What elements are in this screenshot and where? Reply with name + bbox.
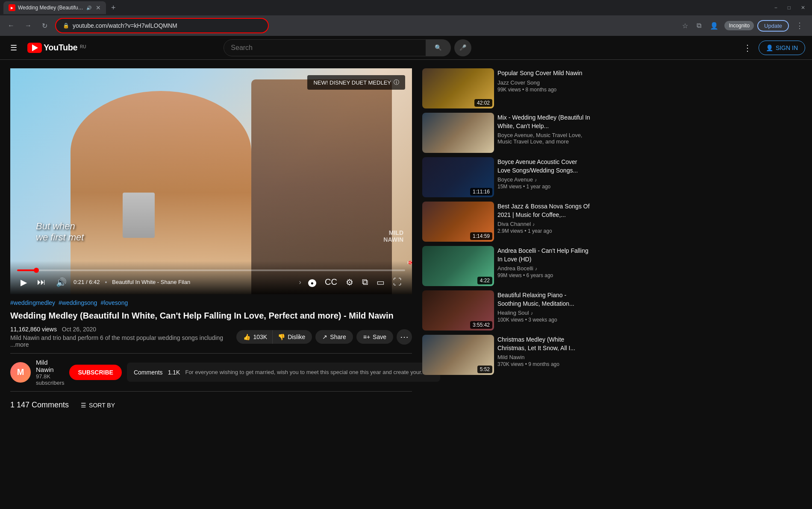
sidebar-meta: 99K views • 8 months ago	[497, 87, 591, 93]
maximize-button[interactable]: □	[784, 3, 794, 12]
sidebar-item-4[interactable]: 1:14:59 Best Jazz & Bossa Nova Songs Of …	[422, 202, 591, 242]
search-input[interactable]	[231, 44, 419, 52]
video-background: But whenwe first met MILDNAWIN NEW! DISN…	[10, 68, 412, 294]
sidebar-item-3[interactable]: 1:11:16 Boyce Avenue Acoustic Cover Love…	[422, 157, 591, 197]
sidebar-title: Mix - Wedding Medley (Beautiful In White…	[497, 114, 591, 130]
window-controls: − □ ✕	[771, 3, 809, 12]
url-input[interactable]	[73, 22, 261, 29]
sidebar-channel: Andrea Bocelli ♪	[497, 265, 591, 272]
progress-bar[interactable]	[17, 269, 405, 271]
music-badge-icon: ♪	[535, 266, 538, 271]
video-player[interactable]: But whenwe first met MILDNAWIN NEW! DISN…	[10, 68, 412, 294]
sidebar-item-5[interactable]: 4:22 Andrea Bocelli - Can't Help Falling…	[422, 246, 591, 286]
video-controls: ▶ ⏭ 🔊 0:21 / 6:42 • Beautiful In White -…	[10, 261, 412, 294]
extensions-icon[interactable]: ⧉	[694, 19, 704, 32]
share-icon: ↗	[322, 333, 327, 340]
channel-row: M Mild Nawin 97.8K subscribers SUBSCRIBE…	[10, 353, 412, 392]
play-button[interactable]: ▶	[17, 275, 30, 289]
search-input-wrapper	[224, 39, 426, 56]
search-button[interactable]: 🔍	[426, 39, 451, 56]
like-button[interactable]: 👍 103K	[236, 330, 273, 344]
profile-icon[interactable]: 👤	[707, 19, 721, 32]
settings-icon: ⚙	[346, 278, 353, 287]
hamburger-menu-button[interactable]: ☰	[7, 40, 21, 56]
minimize-button[interactable]: −	[771, 3, 781, 12]
sidebar-thumb: 3:55:42	[422, 290, 494, 331]
mic-button[interactable]: 🎤	[454, 39, 471, 56]
action-buttons: 👍 103K 👎 Dislike ↗ Share ≡+	[236, 329, 412, 345]
browser-menu-button[interactable]: ⋮	[792, 19, 807, 32]
nav-forward-button[interactable]: →	[22, 19, 34, 32]
new-tab-button[interactable]: +	[108, 2, 119, 14]
channel-subscribers: 97.8K subscribers	[36, 373, 64, 386]
desc-more[interactable]: ...more	[10, 341, 29, 348]
thumb-duration: 5:52	[477, 366, 492, 373]
settings-button[interactable]: ⚙ HD	[342, 275, 357, 289]
fullscreen-button[interactable]: ⛶	[390, 275, 405, 289]
update-button[interactable]: Update	[757, 20, 789, 32]
captions-button[interactable]: CC	[321, 275, 341, 289]
dislike-label: Dislike	[288, 333, 305, 340]
sidebar-title: Andrea Bocelli - Can't Help Falling In L…	[497, 247, 591, 263]
desc-text: Mild Nawin and trio band perform 6 of th…	[10, 334, 223, 341]
video-stats: 11,162,860 views Oct 26, 2020 Mild Nawin…	[10, 326, 231, 348]
search-icon: 🔍	[435, 44, 442, 51]
subscribe-button[interactable]: SUBSCRIBE	[69, 365, 121, 380]
youtube-logo[interactable]: YouTube RU	[27, 43, 86, 53]
share-button[interactable]: ↗ Share	[315, 330, 353, 344]
video-watermark: MILDNAWIN	[383, 229, 403, 243]
tab-close-button[interactable]: ✕	[96, 4, 101, 11]
sort-button[interactable]: ☰ SORT BY	[76, 398, 120, 412]
channel-name[interactable]: Mild Nawin	[36, 359, 64, 373]
more-options-button[interactable]: ⋮	[740, 39, 755, 56]
nav-back-button[interactable]: ←	[5, 19, 17, 32]
tag-lovesong[interactable]: #lovesong	[100, 299, 128, 306]
view-count: 11,162,860 views	[10, 326, 57, 333]
dislike-icon: 👎	[278, 333, 285, 340]
sidebar-info: Andrea Bocelli - Can't Help Falling In L…	[497, 246, 591, 286]
video-subtitle: But whenwe first met	[36, 221, 84, 243]
lock-icon: 🔒	[63, 23, 69, 29]
music-badge-icon: ♪	[535, 177, 537, 182]
nav-reload-button[interactable]: ↻	[39, 19, 50, 32]
sidebar-item-1[interactable]: 42:02 Popular Song Cover Mild Nawin Jazz…	[422, 68, 591, 108]
sidebar-item-7[interactable]: 5:52 Christmas Medley (White Christmas, …	[422, 335, 591, 375]
share-label: Share	[330, 333, 346, 340]
bookmark-icon[interactable]: ☆	[680, 19, 691, 32]
avatar-letter: M	[17, 367, 24, 377]
address-bar[interactable]: 🔒	[55, 18, 269, 33]
dislike-button[interactable]: 👎 Dislike	[273, 330, 312, 344]
main-content: But whenwe first met MILDNAWIN NEW! DISN…	[0, 60, 812, 426]
volume-button[interactable]: 🔊	[53, 275, 70, 289]
sidebar-title: Beautiful Relaxing Piano - Soothing Musi…	[497, 291, 591, 308]
theater-button[interactable]: ▭	[373, 275, 388, 289]
video-date: Oct 26, 2020	[62, 326, 96, 333]
tag-weddingsong[interactable]: #weddingsong	[59, 299, 97, 306]
next-arrow-icon[interactable]: ›	[299, 278, 301, 286]
thumb-duration: 3:55:42	[470, 321, 492, 329]
active-tab[interactable]: ▶ Wedding Medley (Beautiful I... 🔊 ✕	[3, 1, 106, 14]
sidebar-item-2[interactable]: Mix - Wedding Medley (Beautiful In White…	[422, 113, 591, 153]
signin-button[interactable]: 👤 SIGN IN	[759, 41, 805, 55]
browser-addressbar: ← → ↻ 🔒 ☆ ⧉ 👤 Incognito Update ⋮	[0, 15, 812, 36]
comments-text: For everyone wishing to get married, wis…	[185, 369, 425, 375]
next-button[interactable]: ⏭	[34, 275, 49, 289]
sidebar-item-6[interactable]: 3:55:42 Beautiful Relaxing Piano - Sooth…	[422, 290, 591, 331]
tag-weddingmedley[interactable]: #weddingmedley	[10, 299, 55, 306]
signin-label: SIGN IN	[776, 44, 798, 51]
comments-preview[interactable]: Comments 1.1K For everyone wishing to ge…	[127, 363, 440, 382]
miniplayer-button[interactable]: ⧉	[359, 275, 371, 289]
controls-row: ▶ ⏭ 🔊 0:21 / 6:42 • Beautiful In White -…	[17, 275, 405, 289]
video-tags: #weddingmedley #weddingsong #lovesong	[10, 299, 412, 306]
video-info: #weddingmedley #weddingsong #lovesong We…	[10, 294, 412, 353]
save-button[interactable]: ≡+ Save	[356, 330, 393, 344]
channel-avatar[interactable]: M	[10, 362, 31, 383]
close-button[interactable]: ✕	[797, 3, 809, 12]
right-controls: ● CC ⚙ HD ⧉ ▭ ⛶	[305, 275, 405, 289]
sidebar-title: Boyce Avenue Acoustic Cover Love Songs/W…	[497, 158, 591, 175]
more-actions-button[interactable]: ⋯	[397, 329, 412, 345]
autoplay-toggle[interactable]: ●	[305, 275, 320, 289]
mic-icon: 🎤	[459, 44, 467, 51]
sidebar-channel: Jazz Cover Song	[497, 79, 591, 86]
video-section: But whenwe first met MILDNAWIN NEW! DISN…	[10, 68, 412, 417]
